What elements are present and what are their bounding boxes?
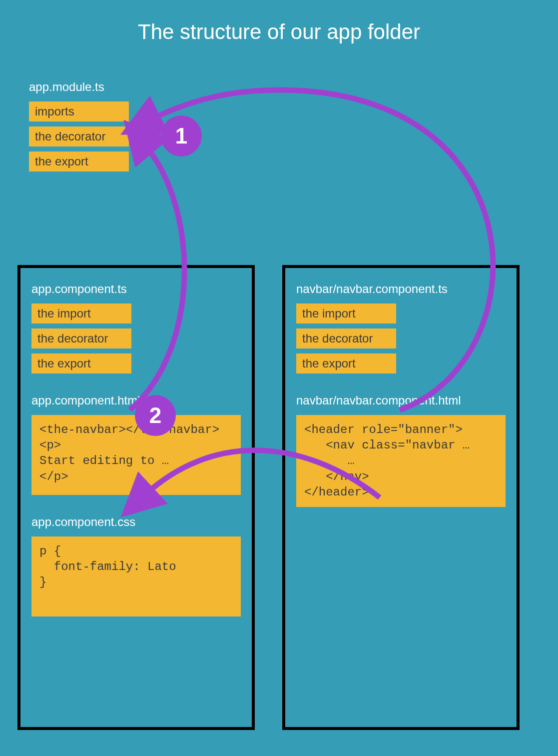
app-html-code: <the-navbar></the-navbar> <p> Start edit… (31, 415, 241, 495)
app-ts-filename: app.component.ts (31, 282, 241, 296)
module-part-imports: imports (29, 102, 129, 122)
navbar-html-filename: navbar/navbar.component.html (296, 394, 506, 408)
app-css-code: p { font-family: Lato } (31, 536, 241, 616)
app-component-box: app.component.ts the import the decorato… (17, 265, 255, 730)
app-ts-part-export: the export (31, 354, 131, 374)
diagram-title: The structure of our app folder (0, 0, 558, 44)
navbar-html-code: <header role="banner"> <nav class="navba… (296, 415, 506, 507)
badge-1: 1 (161, 116, 202, 156)
module-part-export: the export (29, 152, 129, 172)
navbar-component-ts: navbar/navbar.component.ts the import th… (296, 282, 506, 374)
app-css-filename: app.component.css (31, 515, 241, 529)
navbar-ts-filename: navbar/navbar.component.ts (296, 282, 506, 296)
navbar-component-box: navbar/navbar.component.ts the import th… (282, 265, 520, 730)
app-html-filename: app.component.html (31, 394, 241, 408)
app-component-css: app.component.css p { font-family: Lato … (31, 515, 241, 616)
navbar-component-html: navbar/navbar.component.html <header rol… (296, 394, 506, 507)
badge-2: 2 (135, 395, 176, 436)
navbar-ts-part-export: the export (296, 354, 396, 374)
module-part-decorator: the decorator (29, 126, 129, 146)
app-ts-part-import: the import (31, 304, 131, 324)
navbar-ts-part-import: the import (296, 304, 396, 324)
navbar-ts-part-decorator: the decorator (296, 328, 396, 348)
module-block: app.module.ts imports the decorator the … (29, 80, 129, 176)
module-filename: app.module.ts (29, 80, 129, 94)
app-ts-part-decorator: the decorator (31, 328, 131, 348)
app-component-ts: app.component.ts the import the decorato… (31, 282, 241, 374)
